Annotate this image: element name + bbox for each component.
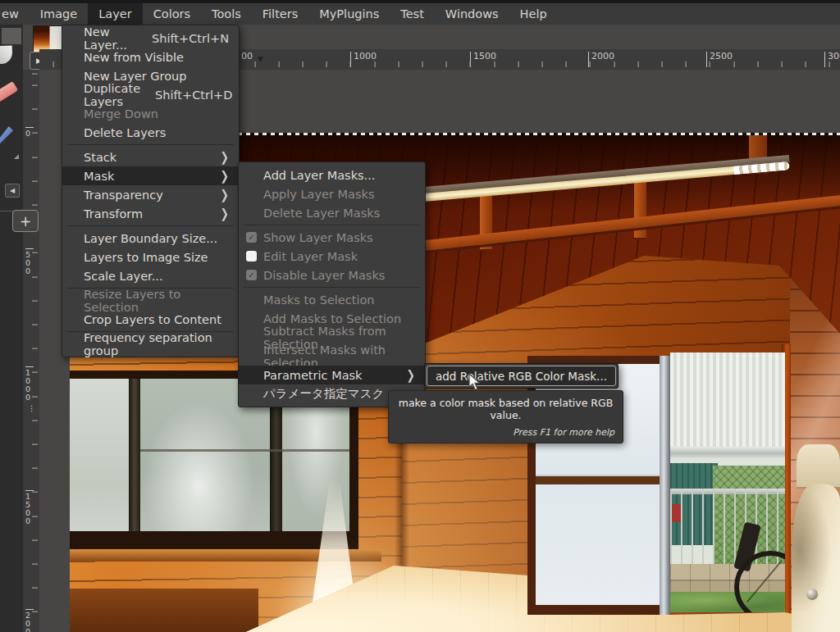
- ink-tool-icon[interactable]: [0, 126, 13, 146]
- menu-item-label: Delete Layer Masks: [263, 207, 380, 220]
- chevron-right-icon: ❯: [221, 149, 229, 165]
- menu-item-label: Mask: [84, 170, 114, 183]
- menu-item-scale-layer[interactable]: Scale Layer...: [62, 266, 239, 285]
- vruler-label: 0: [25, 127, 34, 138]
- vruler-label: 2000: [25, 609, 34, 632]
- gimp-window: ew Image Layer Colors Tools Filters MyPl…: [0, 0, 840, 632]
- parametric-mask-submenu: add Relative RGB Color Mask...: [424, 363, 619, 389]
- menu-item-label: New from Visible: [84, 51, 184, 64]
- paintbrush-tool-icon[interactable]: [0, 46, 12, 65]
- eraser-tool-icon[interactable]: [0, 81, 18, 103]
- hruler-label: 1500: [470, 52, 496, 67]
- collapse-left-icon[interactable]: ◀: [5, 184, 20, 198]
- menu-image[interactable]: Image: [30, 3, 88, 25]
- menu-item-label: Crop Layers to Content: [84, 313, 221, 326]
- menu-item-shortcut: Shift+Ctrl+D: [140, 89, 232, 102]
- menu-item-label: Transform: [84, 207, 143, 221]
- menu-item-label: Layer Boundary Size...: [84, 232, 217, 245]
- photo-chair-knob: [806, 589, 818, 600]
- menu-item-label: Merge Down: [84, 107, 158, 120]
- menubar: ew Image Layer Colors Tools Filters MyPl…: [0, 3, 840, 25]
- photo-outside-rail: [670, 447, 785, 458]
- menu-item-label: Add Masks to Selection: [263, 312, 401, 325]
- menu-item-label: Edit Layer Mask: [263, 250, 358, 263]
- photo-outside-wall: [670, 352, 785, 447]
- menu-item-new-layer[interactable]: New Layer... Shift+Ctrl+N: [62, 29, 239, 48]
- menu-item-stack[interactable]: Stack ❯: [62, 148, 239, 166]
- menu-item-label: add Relative RGB Color Mask...: [436, 370, 607, 383]
- menu-windows[interactable]: Windows: [435, 3, 509, 25]
- photo-door-aluminum-edge: [660, 356, 670, 615]
- hruler-label: 2000: [588, 52, 614, 67]
- hruler-label: 3000: [824, 52, 840, 67]
- menu-item-parametric-mask[interactable]: Parametric Mask ❯: [239, 366, 425, 384]
- menu-item-delete-layers[interactable]: Delete Layers: [62, 123, 239, 142]
- menu-item-label: Transparency: [84, 189, 163, 202]
- menu-item-duplicate-layers[interactable]: Duplicate Layers Shift+Ctrl+D: [62, 85, 239, 104]
- menu-myplugins[interactable]: MyPlugins: [308, 3, 390, 25]
- menu-item-transparency[interactable]: Transparency ❯: [62, 185, 239, 204]
- checkbox-checked-icon: ✓: [246, 270, 257, 280]
- tool-corner-indicator: [14, 154, 19, 159]
- menu-item-delete-layer-masks: Delete Layer Masks: [239, 203, 425, 222]
- mouse-cursor-icon: [468, 373, 482, 395]
- layer-menu: New Layer... Shift+Ctrl+N New from Visib…: [62, 25, 240, 357]
- menu-item-shortcut: Shift+Ctrl+N: [137, 32, 229, 45]
- menu-item-add-relative-rgb-color-mask[interactable]: add Relative RGB Color Mask...: [427, 366, 616, 386]
- menu-item-edit-layer-mask[interactable]: Edit Layer Mask: [239, 247, 425, 266]
- menu-help[interactable]: Help: [509, 3, 558, 25]
- menu-item-intersect-masks-with-selection: Intersect Masks with Selection: [239, 347, 425, 366]
- menu-item-layers-to-image-size[interactable]: Layers to Image Size: [62, 248, 239, 266]
- photo-open-doorway: [670, 352, 785, 612]
- toolbox: ◀: [0, 25, 23, 632]
- menu-item-frequency-separation-group[interactable]: Frequency separation group: [62, 334, 239, 353]
- menu-item-resize-layers-to-selection: Resize Layers to Selection: [62, 291, 239, 310]
- menu-view[interactable]: ew: [0, 3, 30, 25]
- menu-separator: [244, 287, 420, 288]
- menu-item-label: Frequency separation group: [84, 331, 229, 357]
- menu-tools[interactable]: Tools: [201, 3, 252, 25]
- menu-item-crop-layers-to-content[interactable]: Crop Layers to Content: [62, 310, 239, 329]
- menu-item-mask[interactable]: Mask ❯: [62, 166, 239, 185]
- add-button[interactable]: +: [12, 210, 39, 232]
- menu-item-label: Parametric Mask: [263, 369, 362, 382]
- ruler-dots-marker-icon: ⋮: [28, 407, 35, 411]
- checkbox-unchecked-icon: [246, 251, 257, 261]
- vertical-ruler[interactable]: 0 500 1000 1500 2000 ⋮: [23, 70, 39, 632]
- menu-item-label: New Layer Group: [84, 70, 186, 83]
- menu-item-show-layer-masks: ✓ Show Layer Masks: [239, 228, 425, 247]
- chevron-right-icon: ❯: [221, 187, 229, 202]
- menu-item-add-layer-masks[interactable]: Add Layer Masks...: [239, 166, 425, 184]
- menu-item-label: Masks to Selection: [263, 293, 375, 307]
- vruler-label: 1000: [25, 366, 34, 402]
- menu-separator: [67, 225, 234, 226]
- menu-item-layer-boundary-size[interactable]: Layer Boundary Size...: [62, 229, 239, 248]
- photo-baseboard: [70, 589, 258, 632]
- vruler-label: 500: [25, 248, 34, 275]
- menu-item-merge-down: Merge Down: [62, 104, 239, 123]
- photo-chair: [797, 444, 840, 489]
- menu-item-label: Show Layer Masks: [263, 231, 373, 244]
- menu-test[interactable]: Test: [390, 3, 435, 25]
- tooltip: make a color mask based on relative RGB …: [388, 390, 623, 443]
- menu-item-label: Stack: [84, 151, 116, 164]
- photo-window-pane: [70, 379, 129, 531]
- menu-item-label: Disable Layer Masks: [263, 269, 385, 282]
- menu-filters[interactable]: Filters: [252, 3, 308, 25]
- menu-item-masks-to-selection: Masks to Selection: [239, 290, 425, 309]
- tool-button[interactable]: [2, 28, 21, 44]
- checkbox-checked-icon: ✓: [246, 232, 257, 243]
- menu-item-label: パラメータ指定マスク: [263, 386, 384, 402]
- menu-item-transform[interactable]: Transform ❯: [62, 204, 239, 223]
- chevron-right-icon: ❯: [407, 367, 415, 383]
- menu-separator: [244, 225, 420, 225]
- chevron-right-icon: ❯: [221, 168, 229, 184]
- menu-colors[interactable]: Colors: [143, 3, 201, 25]
- menu-item-new-from-visible[interactable]: New from Visible: [62, 48, 239, 66]
- vruler-label: 1500: [25, 490, 34, 525]
- menu-layer[interactable]: Layer: [88, 3, 142, 25]
- photo-window-bar: [140, 449, 349, 452]
- menu-item-disable-layer-masks: ✓ Disable Layer Masks: [239, 266, 425, 284]
- photo-window-mullion: [129, 379, 140, 531]
- menu-item-label: Apply Layer Masks: [263, 188, 374, 201]
